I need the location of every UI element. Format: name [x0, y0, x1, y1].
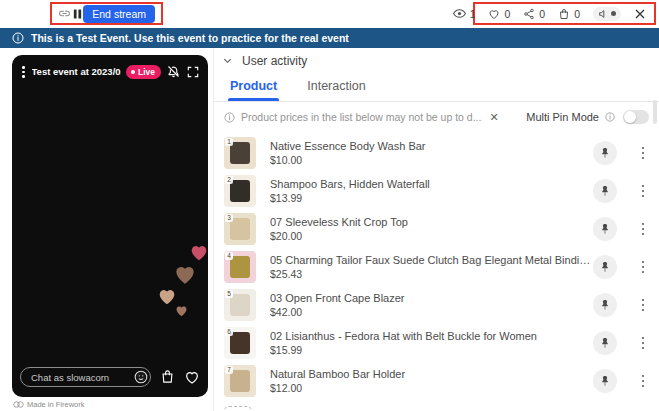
pause-stream-button[interactable]	[72, 8, 83, 20]
floating-hearts	[138, 239, 208, 349]
product-price: $13.99	[270, 192, 593, 204]
made-in-firework: Made in Firework	[13, 400, 85, 409]
link-icon	[58, 7, 71, 20]
product-thumbnail: 6	[224, 327, 256, 359]
product-row: 1 Native Essence Body Wash Bar $10.00	[224, 134, 651, 172]
annotation-box-stats: 1 0 0 0	[473, 2, 656, 25]
panel-scrollbar[interactable]	[653, 100, 657, 124]
product-info: 07 Sleeveless Knit Crop Top $20.00	[270, 216, 593, 242]
product-order-badge: 6	[225, 328, 233, 336]
product-row: 7 Natural Bamboo Bar Holder $12.00	[224, 362, 651, 400]
product-name: 07 Sleeveless Knit Crop Top	[270, 216, 593, 228]
copy-link-button[interactable]	[58, 7, 71, 20]
close-icon	[634, 8, 646, 20]
product-image	[230, 256, 249, 278]
pin-icon	[599, 299, 611, 311]
player-shop-button[interactable]	[160, 369, 175, 384]
mute-button[interactable]	[166, 64, 181, 79]
pin-product-button[interactable]	[593, 141, 617, 165]
product-image	[230, 142, 249, 164]
made-in-label: Made in Firework	[27, 400, 85, 409]
product-info: 05 Charming Tailor Faux Suede Clutch Bag…	[270, 254, 593, 280]
bell-slash-icon	[166, 64, 181, 79]
product-menu-button[interactable]	[639, 258, 648, 277]
product-menu-button[interactable]	[639, 220, 648, 239]
eye-icon	[453, 7, 466, 20]
product-list: 1 Native Essence Body Wash Bar $10.00 2 …	[214, 130, 659, 400]
chat-input[interactable]	[20, 367, 151, 387]
product-menu-button[interactable]	[639, 296, 648, 315]
product-thumbnail: 5	[224, 289, 256, 321]
collapse-panel-button[interactable]	[222, 55, 233, 66]
close-button[interactable]	[634, 8, 646, 20]
heart-icon	[184, 369, 200, 385]
product-menu-button[interactable]	[639, 182, 648, 201]
emoji-icon[interactable]	[134, 370, 148, 384]
product-info: Natural Bamboo Bar Holder $12.00	[270, 368, 593, 394]
likes-stat: 0	[488, 8, 510, 20]
plus-icon: +	[224, 406, 252, 411]
player-chat-bar	[20, 367, 200, 388]
product-name: Natural Bamboo Bar Holder	[270, 368, 593, 380]
fullscreen-button[interactable]	[186, 65, 200, 79]
pin-icon	[599, 375, 611, 387]
product-name: Native Essence Body Wash Bar	[270, 140, 593, 152]
product-image	[230, 218, 249, 240]
user-activity-panel: User activity Product Interaction Produc…	[214, 48, 659, 411]
sound-toggle[interactable]	[593, 7, 621, 21]
heart-icon	[488, 8, 500, 20]
top-toolbar: End stream 1 0 0 0	[0, 0, 659, 28]
info-icon	[12, 32, 24, 44]
product-row: 5 03 Open Front Cape Blazer $42.00	[224, 286, 651, 324]
product-menu-button[interactable]	[639, 144, 648, 163]
shopping-bag-icon	[558, 8, 570, 20]
product-name: Shampoo Bars, Hidden Waterfall	[270, 178, 593, 190]
end-stream-button[interactable]: End stream	[83, 5, 155, 23]
tab-product[interactable]: Product	[228, 73, 279, 101]
product-price: $10.00	[270, 154, 593, 166]
product-row: 4 05 Charming Tailor Faux Suede Clutch B…	[224, 248, 651, 286]
product-menu-button[interactable]	[639, 372, 648, 391]
sound-toggle-dot	[611, 11, 616, 16]
pin-product-button[interactable]	[593, 179, 617, 203]
dismiss-notice-button[interactable]: ✕	[487, 112, 500, 123]
panel-tabs: Product Interaction	[214, 73, 659, 102]
product-order-badge: 2	[225, 176, 233, 184]
panel-title: User activity	[242, 54, 307, 68]
multi-pin-mode-toggle[interactable]	[623, 110, 649, 124]
product-image	[230, 180, 249, 202]
product-price: $20.00	[270, 230, 593, 242]
product-menu-button[interactable]	[639, 334, 648, 353]
player-like-button[interactable]	[184, 369, 200, 385]
pin-product-button[interactable]	[593, 369, 617, 393]
product-order-badge: 3	[225, 214, 233, 222]
heart-icon	[156, 285, 178, 307]
stream-title: Test event at 2023/0...	[32, 66, 121, 77]
pin-product-button[interactable]	[593, 217, 617, 241]
pin-product-button[interactable]	[593, 255, 617, 279]
live-badge: Live	[126, 65, 161, 79]
shares-stat: 0	[523, 8, 545, 20]
pin-icon	[599, 147, 611, 159]
firework-logo-icon	[13, 401, 24, 408]
tab-interaction[interactable]: Interaction	[305, 73, 367, 101]
pin-product-button[interactable]	[593, 293, 617, 317]
add-more-products-button[interactable]: + Add more products	[224, 406, 365, 411]
price-notice-row: Product prices in the list below may not…	[214, 104, 659, 130]
fullscreen-icon	[186, 65, 200, 79]
product-info: Shampoo Bars, Hidden Waterfall $13.99	[270, 178, 593, 204]
multi-pin-mode-label: Multi Pin Mode	[526, 111, 599, 123]
toggle-knob	[624, 111, 636, 123]
chat-input-wrap	[20, 367, 151, 388]
share-icon	[523, 8, 535, 20]
test-event-banner: This is a Test Event. Use this event to …	[0, 28, 659, 48]
pin-icon	[599, 261, 611, 273]
product-row: 6 02 Lisianthus - Fedora Hat with Belt B…	[224, 324, 651, 362]
panel-header: User activity	[214, 48, 659, 73]
player-menu-button[interactable]	[20, 64, 27, 80]
pin-product-button[interactable]	[593, 331, 617, 355]
product-name: 02 Lisianthus - Fedora Hat with Belt Buc…	[270, 330, 593, 342]
orders-count: 0	[574, 8, 580, 20]
product-info: 02 Lisianthus - Fedora Hat with Belt Buc…	[270, 330, 593, 356]
product-image	[230, 332, 249, 354]
